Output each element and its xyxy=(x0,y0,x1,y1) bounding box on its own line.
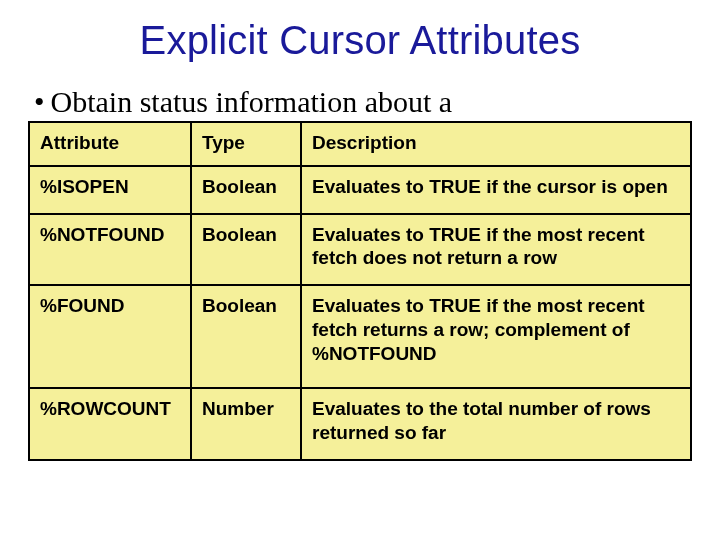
cell-type: Boolean xyxy=(191,214,301,286)
cell-attribute: %ROWCOUNT xyxy=(29,388,191,460)
cell-description: Evaluates to TRUE if the most recent fet… xyxy=(301,214,691,286)
cell-attribute: %FOUND xyxy=(29,285,191,388)
cell-attribute: %ISOPEN xyxy=(29,166,191,214)
table-row: %NOTFOUND Boolean Evaluates to TRUE if t… xyxy=(29,214,691,286)
attributes-table: Attribute Type Description %ISOPEN Boole… xyxy=(28,121,692,461)
table-row: %FOUND Boolean Evaluates to TRUE if the … xyxy=(29,285,691,388)
col-header-description: Description xyxy=(301,122,691,166)
cell-type: Boolean xyxy=(191,166,301,214)
col-header-type: Type xyxy=(191,122,301,166)
cell-type: Boolean xyxy=(191,285,301,388)
cell-description: Evaluates to TRUE if the cursor is open xyxy=(301,166,691,214)
table-row: %ROWCOUNT Number Evaluates to the total … xyxy=(29,388,691,460)
cell-attribute: %NOTFOUND xyxy=(29,214,191,286)
bullet-icon: • xyxy=(34,87,45,117)
table-row: %ISOPEN Boolean Evaluates to TRUE if the… xyxy=(29,166,691,214)
col-header-attribute: Attribute xyxy=(29,122,191,166)
page-title: Explicit Cursor Attributes xyxy=(28,18,692,63)
table-header-row: Attribute Type Description xyxy=(29,122,691,166)
cell-description: Evaluates to the total number of rows re… xyxy=(301,388,691,460)
cell-type: Number xyxy=(191,388,301,460)
cell-description: Evaluates to TRUE if the most recent fet… xyxy=(301,285,691,388)
bullet-text: Obtain status information about a xyxy=(51,85,453,119)
bullet-line: • Obtain status information about a xyxy=(34,85,692,119)
slide: Explicit Cursor Attributes • Obtain stat… xyxy=(0,0,720,540)
